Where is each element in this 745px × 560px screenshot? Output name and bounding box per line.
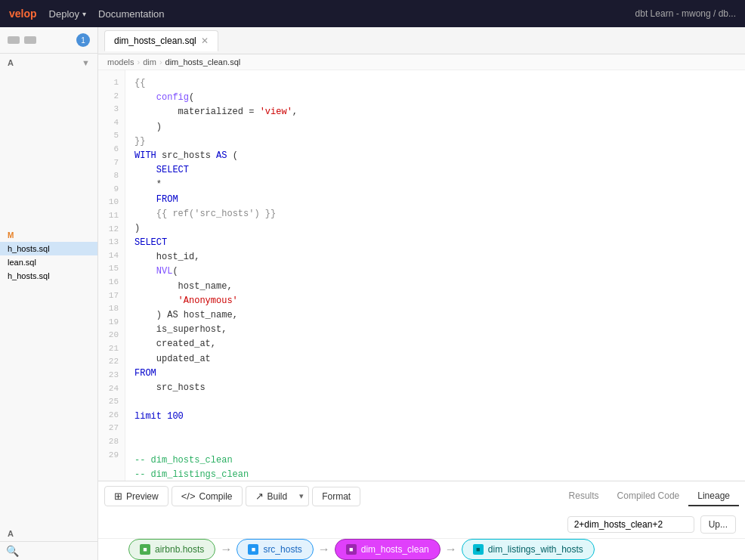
brand-logo: velop bbox=[9, 8, 37, 20]
dag-icon-dim-listings-with-hosts: ■ bbox=[473, 544, 484, 555]
dag-node-box-dim-hosts-clean[interactable]: ■ dim_hosts_clean bbox=[335, 539, 441, 560]
code-editor[interactable]: 12345 678910 1112131415 1617181920 21222… bbox=[98, 70, 745, 481]
preview-label: Preview bbox=[126, 491, 159, 502]
tab-compiled-code[interactable]: Compiled Code bbox=[608, 487, 689, 506]
nav-right: dbt Learn - mwong / db... bbox=[635, 8, 736, 19]
dag-icon-src-hosts: ■ bbox=[248, 544, 258, 555]
sidebar-section-top: A ▼ bbox=[0, 54, 97, 72]
dag-icon-dim-hosts-clean: ■ bbox=[346, 544, 357, 555]
build-label: Build bbox=[267, 491, 288, 502]
section-a-bottom: A bbox=[0, 526, 97, 541]
tab-label: dim_hosts_clean.sql bbox=[114, 36, 196, 46]
top-nav: velop Deploy ▾ Documentation dbt Learn -… bbox=[0, 0, 745, 27]
sidebar-badge: 1 bbox=[76, 33, 90, 47]
sidebar-icons bbox=[8, 36, 36, 44]
sidebar-search-area bbox=[0, 72, 97, 78]
sidebar-header: 1 bbox=[0, 27, 97, 54]
dag-icon-airbnb-hosts: ■ bbox=[140, 544, 150, 555]
lineage-search-input[interactable] bbox=[574, 519, 688, 530]
dag-node-box-airbnb-hosts[interactable]: ■ airbnb.hosts bbox=[128, 539, 215, 560]
dag-node-dim-listings-with-hosts: ■ dim_listings_with_hosts bbox=[462, 539, 595, 560]
file-name-1: h_hosts.sql bbox=[8, 244, 50, 253]
documentation-link[interactable]: Documentation bbox=[98, 8, 164, 20]
tab-close-icon[interactable]: ✕ bbox=[201, 36, 209, 46]
dag-label-dim-listings-with-hosts: dim_listings_with_hosts bbox=[488, 544, 583, 555]
editor-tabs: dim_hosts_clean.sql ✕ bbox=[98, 27, 745, 54]
section-a-label: A bbox=[8, 58, 14, 67]
breadcrumb-sep-2: › bbox=[159, 57, 162, 67]
build-group: ↗ Build ▾ bbox=[246, 486, 310, 506]
lineage-search bbox=[567, 516, 694, 533]
bottom-section: ⊞ Preview </> Compile ↗ Build ▾ Format bbox=[98, 481, 745, 560]
sidebar-section-m: M bbox=[0, 229, 97, 242]
dag-label-dim-hosts-clean: dim_hosts_clean bbox=[361, 544, 429, 555]
dag-node-box-dim-listings-with-hosts[interactable]: ■ dim_listings_with_hosts bbox=[462, 539, 595, 560]
sidebar-expand-icon[interactable]: ▼ bbox=[82, 58, 90, 67]
format-label: Format bbox=[322, 491, 351, 502]
breadcrumb-models[interactable]: models bbox=[107, 57, 134, 67]
file-name-3: h_hosts.sql bbox=[8, 271, 50, 280]
dag-label-src-hosts: src_hosts bbox=[263, 544, 301, 555]
dag-container: ■ airbnb.hosts → ■ src_hosts → bbox=[98, 539, 745, 560]
breadcrumb-sep-1: › bbox=[137, 57, 140, 67]
content-area: dim_hosts_clean.sql ✕ models › dim › dim… bbox=[98, 27, 745, 560]
preview-button[interactable]: ⊞ Preview bbox=[104, 486, 168, 506]
line-numbers: 12345 678910 1112131415 1617181920 21222… bbox=[98, 70, 125, 481]
sidebar-icon-1[interactable] bbox=[8, 36, 20, 44]
compile-button[interactable]: </> Compile bbox=[172, 486, 243, 506]
breadcrumb-dim[interactable]: dim bbox=[143, 57, 156, 67]
dag-arrow-2: → bbox=[314, 543, 335, 556]
deploy-menu[interactable]: Deploy ▾ bbox=[49, 8, 86, 20]
dag-node-box-src-hosts[interactable]: ■ src_hosts bbox=[236, 539, 313, 560]
toolbar-row: ⊞ Preview </> Compile ↗ Build ▾ Format bbox=[98, 481, 745, 511]
code-content[interactable]: {{ config( materialized = 'view', ) }} W… bbox=[125, 70, 745, 481]
sidebar-file-list: M h_hosts.sql lean.sql h_hosts.sql bbox=[0, 78, 97, 302]
tab-lineage[interactable]: Lineage bbox=[688, 487, 739, 506]
dag-arrow-3: → bbox=[441, 543, 462, 556]
format-button[interactable]: Format bbox=[312, 487, 360, 506]
dag-node-src-hosts: ■ src_hosts bbox=[236, 539, 313, 560]
user-info: dbt Learn - mwong / db... bbox=[635, 8, 736, 19]
sidebar-file-h-hosts[interactable]: h_hosts.sql bbox=[0, 269, 97, 283]
compile-icon: </> bbox=[181, 490, 196, 502]
dag-label-airbnb-hosts: airbnb.hosts bbox=[155, 544, 204, 555]
dag-arrow-1: → bbox=[215, 543, 236, 556]
compile-label: Compile bbox=[199, 491, 232, 502]
main-layout: 1 A ▼ M h_hosts.sql lean.sql h_hosts.sql bbox=[0, 27, 745, 560]
sidebar: 1 A ▼ M h_hosts.sql lean.sql h_hosts.sql bbox=[0, 27, 98, 560]
sidebar-file-lean[interactable]: lean.sql bbox=[0, 255, 97, 269]
editor-tab-dim-hosts-clean[interactable]: dim_hosts_clean.sql ✕ bbox=[104, 30, 218, 51]
dag-node-dim-hosts-clean: ■ dim_hosts_clean bbox=[335, 539, 441, 560]
preview-icon: ⊞ bbox=[114, 490, 122, 502]
deploy-chevron: ▾ bbox=[82, 10, 86, 18]
build-dropdown-button[interactable]: ▾ bbox=[295, 486, 309, 506]
lineage-toolbar: Up... bbox=[98, 511, 745, 539]
tab-results[interactable]: Results bbox=[560, 487, 608, 506]
build-icon: ↗ bbox=[255, 490, 264, 502]
lineage-update-button[interactable]: Up... bbox=[700, 515, 736, 534]
sidebar-section-label-a: A ▼ bbox=[0, 54, 97, 72]
breadcrumb: models › dim › dim_hosts_clean.sql bbox=[98, 54, 745, 70]
search-icon[interactable]: 🔍 bbox=[6, 545, 19, 557]
sidebar-file-dim-hosts-clean[interactable]: h_hosts.sql bbox=[0, 242, 97, 255]
result-tabs: Results Compiled Code Lineage bbox=[551, 487, 739, 506]
badge-m: M bbox=[8, 231, 14, 240]
sidebar-icon-2[interactable] bbox=[24, 36, 36, 44]
build-button[interactable]: ↗ Build bbox=[246, 486, 297, 506]
sidebar-bottom: 🔍 bbox=[0, 541, 97, 560]
lineage-area: Up... ■ airbnb.hosts → ■ bbox=[98, 511, 745, 560]
file-name-2: lean.sql bbox=[8, 258, 36, 267]
dag-node-airbnb-hosts: ■ airbnb.hosts bbox=[128, 539, 215, 560]
breadcrumb-file: dim_hosts_clean.sql bbox=[165, 57, 241, 67]
